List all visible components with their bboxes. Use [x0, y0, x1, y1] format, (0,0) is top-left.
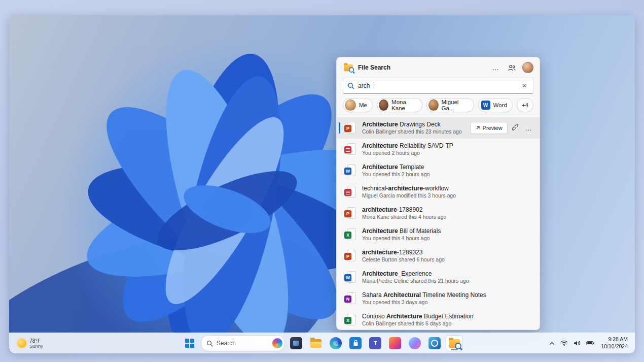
result-title: Contoso Architecture Budget Estimation	[362, 313, 533, 320]
file-search-app-icon	[344, 64, 353, 71]
result-subtitle: You opened this 4 hours ago	[362, 235, 533, 242]
taskbar-search-placeholder: Search	[217, 340, 269, 347]
miguel-avatar	[428, 100, 438, 111]
filter-chips: Me Mona Kane Miguel Ga... WWord +4	[337, 98, 540, 117]
result-subtitle: Celeste Burton shared 6 hours ago	[362, 256, 533, 263]
taskbar-center: Search T	[181, 333, 463, 353]
taskbar-app-edge[interactable]	[327, 335, 344, 351]
powerpoint-icon: P	[344, 249, 357, 262]
filter-chip-me[interactable]: Me	[343, 98, 373, 112]
result-subtitle: Colin Ballinger shared this 6 days ago	[362, 320, 533, 327]
result-title: Architecture_Experience	[362, 270, 533, 278]
result-row[interactable]: N Sahara Architectural Timeline Meeting …	[337, 288, 540, 309]
speaker-icon	[574, 340, 581, 346]
result-row[interactable]: X Architecture Bill of Materials You ope…	[337, 224, 540, 245]
people-share-icon[interactable]	[506, 63, 518, 72]
result-row[interactable]: P architecture-1788902 Mona Kane shared …	[337, 203, 540, 224]
mona-avatar	[379, 100, 388, 111]
edge-icon	[330, 337, 342, 349]
network-status-button[interactable]	[558, 336, 570, 351]
text-caret	[374, 82, 374, 89]
copy-link-icon[interactable]	[511, 123, 521, 133]
copilot-icon	[409, 337, 421, 349]
pdf-icon	[344, 185, 357, 199]
result-title: architecture-1289323	[362, 249, 533, 256]
open-in-new-icon	[475, 125, 480, 130]
powerpoint-icon: P	[344, 207, 357, 220]
clock[interactable]: 9:28 AM 10/10/2024	[598, 336, 631, 350]
clear-search-button[interactable]: ✕	[520, 81, 529, 90]
taskbar: 78°F Sunny Search T	[9, 333, 635, 353]
taskbar-app-file-explorer[interactable]	[307, 335, 325, 351]
filter-chip-mona-kane[interactable]: Mona Kane	[377, 98, 422, 112]
show-hidden-icons-button[interactable]	[547, 336, 557, 351]
excel-icon: X	[344, 313, 357, 326]
result-subtitle: Maria Piedre Celine shared this 21 hours…	[362, 278, 533, 284]
weather-widget[interactable]: 78°F Sunny	[14, 335, 46, 351]
taskbar-app-store[interactable]	[347, 335, 364, 351]
wallpaper-bloom	[9, 15, 635, 353]
result-subtitle: You opened 2 hours ago	[362, 150, 533, 156]
battery-button[interactable]	[584, 336, 596, 351]
result-subtitle: Mona Kane shared this 4 hours ago	[362, 214, 533, 220]
preview-button[interactable]: Preview	[470, 122, 508, 134]
search-box[interactable]: arch ✕	[343, 78, 533, 94]
pdf-icon	[344, 143, 357, 156]
store-icon	[349, 337, 362, 349]
teams-icon: T	[369, 337, 381, 349]
taskbar-app-file-search[interactable]	[446, 335, 463, 351]
start-button[interactable]	[181, 335, 198, 351]
result-title: Sahara Architectural Timeline Meeting No…	[362, 291, 533, 299]
chevron-up-icon	[549, 342, 555, 345]
word-icon: W	[344, 164, 357, 177]
word-icon: W	[481, 101, 490, 110]
search-icon	[206, 340, 213, 347]
chip-label: Word	[493, 102, 507, 108]
photos-icon	[290, 337, 302, 349]
more-options-button[interactable]: …	[489, 63, 502, 72]
result-subtitle: You opened this 2 hours ago	[362, 171, 533, 178]
result-title: Architecture Bill of Materials	[362, 227, 533, 235]
result-title: Architecture Template	[362, 163, 533, 171]
desktop: File Search … arch ✕ Me Mona Kane Miguel…	[9, 15, 635, 353]
result-row[interactable]: Architecture Reliability SAVD-TP You ope…	[337, 139, 540, 160]
filter-chip-miguel-garcia[interactable]: Miguel Ga...	[426, 98, 474, 112]
file-explorer-icon	[310, 339, 321, 348]
taskbar-app-outlook[interactable]	[426, 335, 443, 351]
filter-chip-word[interactable]: WWord	[478, 98, 513, 112]
chip-label: +4	[522, 102, 528, 108]
result-subtitle: You opened this 3 days ago	[362, 299, 533, 306]
file-search-window: File Search … arch ✕ Me Mona Kane Miguel…	[336, 57, 540, 330]
filter-chip-more-count[interactable]: +4	[517, 98, 533, 112]
result-row[interactable]: W Architecture_Experience Maria Piedre C…	[337, 267, 540, 288]
clock-time: 9:28 AM	[608, 336, 628, 343]
chip-label: Mona Kane	[391, 99, 417, 111]
taskbar-app-microsoft-365[interactable]	[386, 335, 404, 351]
result-subtitle: Colin Ballinger shared this 23 minutes a…	[362, 128, 465, 135]
clock-date: 10/10/2024	[601, 343, 628, 350]
result-row[interactable]: P Architecture Drawings Deck Colin Balli…	[337, 117, 540, 139]
word-icon: W	[344, 271, 357, 284]
onenote-icon: N	[344, 292, 357, 305]
result-row[interactable]: technical-architecture-workflow Miguel G…	[337, 181, 540, 203]
result-title: technical-architecture-workflow	[362, 185, 533, 192]
result-row[interactable]: P architecture-1289323 Celeste Burton sh…	[337, 245, 540, 267]
row-more-options-button[interactable]: …	[524, 123, 533, 134]
taskbar-app-photos[interactable]	[288, 335, 305, 351]
taskbar-app-teams[interactable]: T	[367, 335, 384, 351]
taskbar-app-copilot[interactable]	[406, 335, 423, 351]
result-row[interactable]: X Contoso Architecture Budget Estimation…	[337, 309, 540, 330]
me-avatar	[345, 100, 356, 111]
microsoft-365-icon	[389, 337, 401, 349]
volume-button[interactable]	[571, 336, 583, 351]
battery-icon	[586, 341, 594, 346]
powerpoint-icon: P	[344, 121, 357, 135]
search-input-value[interactable]: arch	[358, 82, 370, 89]
taskbar-search-box[interactable]: Search	[201, 335, 285, 351]
sunny-icon	[17, 339, 26, 348]
search-highlights-icon[interactable]	[272, 338, 282, 348]
result-row[interactable]: W Architecture Template You opened this …	[337, 160, 540, 181]
system-tray: 9:28 AM 10/10/2024	[547, 333, 631, 353]
user-avatar[interactable]	[522, 62, 533, 73]
window-title: File Search	[358, 64, 485, 71]
